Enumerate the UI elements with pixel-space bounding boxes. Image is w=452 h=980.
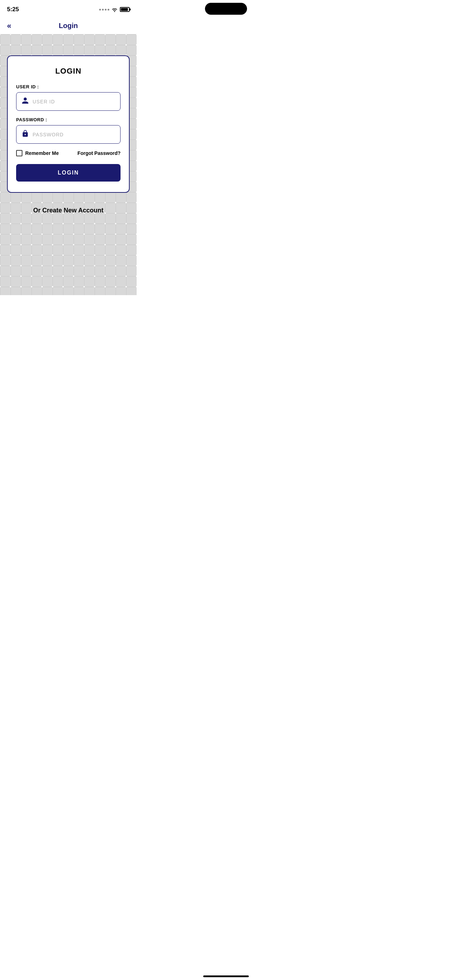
nav-bar: « Login xyxy=(0,18,137,34)
status-time: 5:25 xyxy=(7,6,19,13)
create-account-text[interactable]: Or Create New Account xyxy=(33,207,103,214)
forgot-password-link[interactable]: Forgot Password? xyxy=(78,150,121,156)
login-card: LOGIN USER ID : PASSWORD : xyxy=(7,56,130,193)
options-row: Remember Me Forgot Password? xyxy=(16,150,121,156)
battery-icon xyxy=(120,7,130,12)
signal-icon xyxy=(99,9,109,11)
password-input[interactable] xyxy=(33,132,115,137)
userid-input-wrapper xyxy=(16,92,121,111)
password-label: PASSWORD : xyxy=(16,117,121,123)
login-card-title: LOGIN xyxy=(16,67,121,76)
status-icons xyxy=(99,7,130,12)
password-input-wrapper xyxy=(16,125,121,144)
remember-me-label[interactable]: Remember Me xyxy=(16,150,59,156)
back-button[interactable]: « xyxy=(7,21,11,30)
background-pattern: LOGIN USER ID : PASSWORD : xyxy=(0,34,137,295)
userid-label: USER ID : xyxy=(16,84,121,89)
remember-me-text: Remember Me xyxy=(25,150,59,156)
login-button[interactable]: LOGIN xyxy=(16,164,121,181)
wifi-icon xyxy=(111,7,118,12)
userid-input[interactable] xyxy=(33,99,115,105)
remember-me-checkbox[interactable] xyxy=(16,150,22,156)
status-bar: 5:25 xyxy=(0,0,137,18)
lock-icon xyxy=(21,130,29,139)
nav-title: Login xyxy=(59,22,78,30)
user-icon xyxy=(21,97,29,106)
